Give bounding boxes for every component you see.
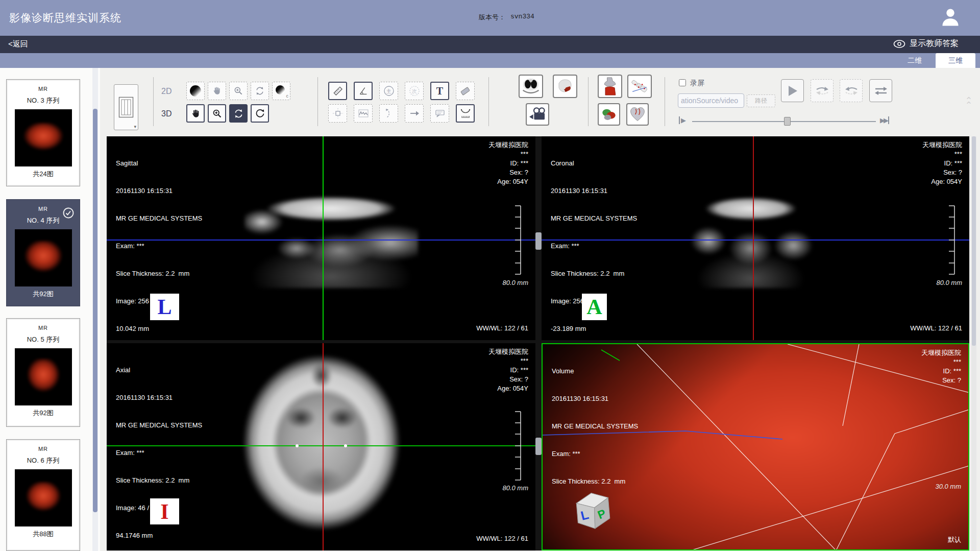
toolbar-separator <box>153 77 154 126</box>
series-card-2-selected[interactable]: MR NO. 4 序列 共92图 <box>6 199 80 306</box>
reset-3d-button[interactable] <box>251 104 269 123</box>
preset-skull-button[interactable] <box>553 75 577 98</box>
crosshair-vertical-red[interactable] <box>753 136 754 340</box>
record-screen-checkbox[interactable] <box>679 79 686 86</box>
series-image-count: 共92图 <box>7 409 80 418</box>
pan-3d-button[interactable] <box>186 104 205 123</box>
version-label: 版本号： <box>479 13 505 22</box>
tab-2d[interactable]: 二维 <box>895 53 935 68</box>
play-button[interactable] <box>781 79 804 102</box>
window-level-icon <box>190 85 201 97</box>
window-level-2d-button[interactable] <box>186 82 205 100</box>
rotate-icon <box>255 86 265 96</box>
curve-ruler-icon <box>459 107 472 119</box>
callout-icon <box>434 107 446 119</box>
zoom-2d-button[interactable] <box>229 82 248 100</box>
play-icon <box>788 85 798 97</box>
series-card-1[interactable]: MR NO. 3 序列 共24图 <box>6 79 80 186</box>
video-export-button[interactable] <box>526 103 549 126</box>
pan-2d-button[interactable] <box>208 82 226 100</box>
preset-foot-button[interactable] <box>627 75 652 98</box>
tab-3d[interactable]: 三维 <box>936 53 975 68</box>
preset-heart-button[interactable] <box>626 103 649 126</box>
path-button[interactable]: 路径 <box>747 94 775 107</box>
series-name: NO. 5 序列 <box>7 335 80 344</box>
roi-box-button[interactable] <box>328 104 347 123</box>
histogram-button[interactable] <box>354 104 373 123</box>
selected-check-icon <box>62 207 75 219</box>
video-path-input[interactable] <box>678 93 744 108</box>
crosshair-vertical-red[interactable] <box>323 343 324 550</box>
callout-button[interactable] <box>430 104 449 123</box>
preset-knee-button[interactable] <box>598 75 622 98</box>
label-3d: 3D <box>161 109 172 118</box>
series-modality: MR <box>7 86 80 92</box>
viewport-coronal[interactable]: Coronal 20161130 16:15:31 MR GE MEDICAL … <box>542 136 969 340</box>
eraser-tool-button[interactable] <box>456 82 475 100</box>
slider-start-icon[interactable]: ▶ <box>679 116 684 124</box>
window-width-level: WW/WL: 122 / 61 <box>476 535 528 542</box>
zoom-in-icon <box>233 86 243 96</box>
swap-arrows-icon <box>874 86 888 96</box>
preset-segments-button[interactable] <box>598 103 620 126</box>
video-camera-icon <box>529 107 546 122</box>
volume-thumb-render <box>24 241 63 274</box>
rotate-3d-button-active[interactable] <box>229 104 248 123</box>
splitter-handle[interactable] <box>535 438 542 455</box>
viewport-volume[interactable]: Volume 20161130 16:15:31 MR GE MEDICAL S… <box>542 343 969 550</box>
arrow-annotation-button[interactable] <box>405 104 424 123</box>
lung-preset-icon <box>521 77 541 95</box>
crosshair-vertical-green[interactable] <box>323 136 324 340</box>
volume-preset-label[interactable]: 默认 <box>948 535 961 544</box>
app-title: 影像诊断思维实训系统 <box>9 11 121 25</box>
series-name: NO. 3 序列 <box>7 96 80 105</box>
tab-strip: 二维 三维 <box>0 53 980 68</box>
primary-region-button[interactable]: 主 <box>379 82 398 100</box>
curve-measure-button[interactable] <box>456 104 475 123</box>
dropdown-caret-icon: ▾ <box>134 124 136 129</box>
arrow-icon <box>408 107 421 119</box>
slider-end-icon[interactable]: ▶▶ <box>880 116 889 124</box>
rotate-2d-button[interactable] <box>251 82 269 100</box>
text-tool-button[interactable]: T <box>430 82 449 100</box>
heart-preset-icon <box>629 106 646 123</box>
orientation-cube[interactable]: L P <box>571 487 617 533</box>
window-level-reset-button[interactable]: c <box>272 82 290 100</box>
sidebar-scrollbar-thumb[interactable] <box>93 109 97 512</box>
layout-button[interactable]: ▾ <box>114 84 138 130</box>
viewport-scrollbar-track[interactable] <box>971 136 976 551</box>
orientation-marker: A <box>582 294 607 320</box>
viewport-sagittal[interactable]: Sagittal 20161130 16:15:31 MR GE MEDICAL… <box>107 136 535 340</box>
primary-circle-icon: 主 <box>383 85 395 97</box>
zoom-3d-button[interactable] <box>208 104 226 123</box>
roi-box-icon <box>332 107 344 119</box>
viewport-axial[interactable]: Axial 20161130 16:15:31 MR GE MEDICAL SY… <box>107 343 535 550</box>
series-card-4[interactable]: MR NO. 6 序列 共88图 <box>6 439 80 551</box>
user-avatar-icon[interactable] <box>939 6 962 29</box>
window-width-level: WW/WL: 122 / 61 <box>476 324 528 332</box>
eye-icon <box>893 40 905 48</box>
secondary-region-button[interactable]: 次 <box>405 82 424 100</box>
collapse-toolbar-icon[interactable]: ⌃⌃ <box>964 99 974 108</box>
show-teacher-answer-button[interactable]: 显示教师答案 <box>893 38 959 49</box>
splitter-handle[interactable] <box>535 232 542 250</box>
ruler-tool-button[interactable] <box>328 82 347 100</box>
angle-icon <box>358 85 369 97</box>
swap-direction-button[interactable] <box>869 79 892 102</box>
loop-forward-button[interactable] <box>811 79 834 102</box>
toolbar: ▾ 2D c 3D <box>100 68 980 136</box>
mri-image-axial <box>242 354 401 531</box>
series-thumbnail <box>15 348 72 405</box>
preset-lung-button[interactable] <box>519 75 543 98</box>
viewport-scrollbar-thumb[interactable] <box>972 136 976 346</box>
angle-tool-button[interactable] <box>354 82 373 100</box>
series-card-3[interactable]: MR NO. 5 序列 共92图 <box>6 318 80 427</box>
ruler-icon <box>332 85 344 97</box>
window-level-reset-icon <box>276 85 285 94</box>
loop-backward-icon <box>845 85 858 97</box>
back-button[interactable]: <返回 <box>8 39 28 49</box>
spline-button[interactable] <box>379 104 398 123</box>
loop-backward-button[interactable] <box>840 79 863 102</box>
frame-slider-thumb[interactable] <box>784 117 791 126</box>
series-thumbnail <box>15 469 72 526</box>
